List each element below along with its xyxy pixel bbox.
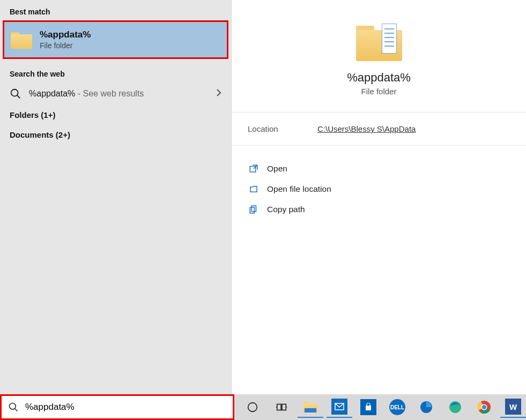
svg-line-1 <box>17 95 20 99</box>
search-box[interactable] <box>0 394 234 420</box>
task-view-icon[interactable] <box>269 396 294 418</box>
svg-point-19 <box>482 405 486 409</box>
action-label: Open file location <box>267 184 331 194</box>
svg-point-8 <box>248 403 257 412</box>
open-location-icon <box>248 183 260 195</box>
search-input[interactable] <box>25 402 226 412</box>
edge-legacy-icon[interactable] <box>413 396 439 418</box>
preview-subtitle: File folder <box>361 87 397 96</box>
location-row[interactable]: Location C:\Users\Blessy S\AppData <box>232 112 526 146</box>
folder-icon <box>11 31 32 49</box>
microsoft-store-icon[interactable] <box>355 396 381 418</box>
search-results-pane: Best match %appdata% File folder Search … <box>0 0 232 420</box>
folder-icon <box>356 22 402 61</box>
mail-app-icon[interactable] <box>327 396 352 418</box>
svg-rect-14 <box>366 406 371 410</box>
svg-rect-9 <box>277 404 281 410</box>
action-open[interactable]: Open <box>248 159 510 179</box>
location-value: C:\Users\Blessy S\AppData <box>317 124 416 133</box>
best-match-title: %appdata% <box>40 29 91 40</box>
taskbar: DELL W <box>234 394 526 420</box>
action-label: Open <box>267 164 287 174</box>
best-match-result[interactable]: %appdata% File folder <box>3 20 228 59</box>
cortana-icon[interactable] <box>240 396 265 418</box>
chrome-icon[interactable] <box>471 396 497 418</box>
edge-icon[interactable] <box>442 396 468 418</box>
svg-rect-4 <box>251 206 256 212</box>
web-search-text: %appdata% - See web results <box>29 89 216 99</box>
search-icon <box>10 88 21 100</box>
best-match-subtitle: File folder <box>40 41 91 50</box>
file-explorer-icon[interactable] <box>298 396 323 418</box>
category-folders[interactable]: Folders (1+) <box>0 105 231 125</box>
svg-point-0 <box>11 89 18 96</box>
preview-title: %appdata% <box>347 71 411 85</box>
svg-rect-10 <box>282 404 286 410</box>
action-label: Copy path <box>267 205 305 214</box>
svg-point-6 <box>10 403 16 410</box>
svg-rect-5 <box>250 207 254 213</box>
svg-line-7 <box>15 409 18 411</box>
chevron-right-icon <box>216 88 221 100</box>
dell-app-icon[interactable]: DELL <box>384 396 410 418</box>
action-copy-path[interactable]: Copy path <box>248 199 510 220</box>
preview-pane: %appdata% File folder Location C:\Users\… <box>232 0 526 420</box>
search-web-header: Search the web <box>0 66 231 82</box>
copy-path-icon <box>248 204 260 215</box>
search-icon <box>8 402 19 412</box>
location-label: Location <box>248 124 317 133</box>
category-documents[interactable]: Documents (2+) <box>0 125 231 145</box>
best-match-header: Best match <box>0 4 231 20</box>
action-open-location[interactable]: Open file location <box>248 179 510 199</box>
web-search-result[interactable]: %appdata% - See web results <box>0 82 231 105</box>
open-icon <box>248 163 260 175</box>
word-app-icon[interactable]: W <box>500 396 526 418</box>
